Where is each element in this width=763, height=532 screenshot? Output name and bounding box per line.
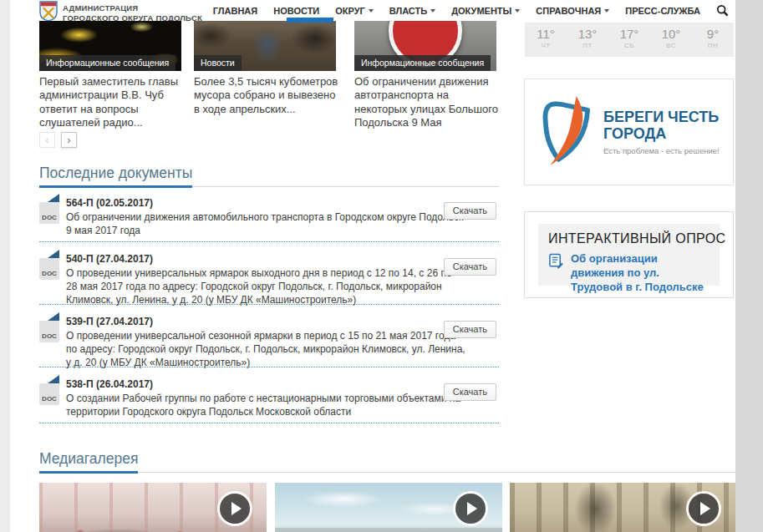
nav-label: ДОКУМЕНТЫ bbox=[451, 6, 511, 16]
chevron-down-icon bbox=[369, 9, 374, 13]
weather-day: 9° ПН bbox=[692, 23, 734, 57]
site-title: АДМИНИСТРАЦИЯ ГОРОДСКОГО ОКРУГА ПОДОЛЬСК bbox=[63, 3, 202, 23]
nav-item-reference[interactable]: СПРАВОЧНАЯ bbox=[536, 6, 609, 16]
news-card-title[interactable]: Более 3,5 тысяч кубометров мусора собран… bbox=[194, 75, 341, 116]
document-text: 564-П (02.05.2017) Об ограничении движен… bbox=[66, 197, 465, 238]
doc-file-icon: DOC bbox=[39, 258, 59, 280]
document-description: О проведении универсальных ярмарок выход… bbox=[66, 267, 465, 307]
document-row: DOC 540-П (27.04.2017) О проведении унив… bbox=[39, 248, 499, 305]
play-icon[interactable] bbox=[689, 494, 719, 524]
nav-label: СПРАВОЧНАЯ bbox=[536, 6, 601, 16]
news-card-title[interactable]: Об ограничении движения автотранспорта н… bbox=[354, 75, 501, 129]
weather-day-label: ВС bbox=[650, 42, 692, 49]
document-number: 564-П (02.05.2017) bbox=[66, 197, 465, 209]
carousel-next-button[interactable]: › bbox=[61, 132, 77, 148]
news-card-image[interactable]: Информационные сообщения bbox=[354, 21, 496, 71]
document-text: 538-П (26.04.2017) О создании Рабочей гр… bbox=[66, 378, 465, 419]
nav-item-news[interactable]: НОВОСТИ bbox=[273, 6, 319, 16]
nav-label: НОВОСТИ bbox=[273, 6, 319, 16]
download-button[interactable]: Скачать bbox=[444, 202, 496, 220]
document-text: 540-П (27.04.2017) О проведении универса… bbox=[66, 253, 465, 307]
document-text: 539-П (27.04.2017) О проведении универса… bbox=[66, 316, 465, 370]
active-nav-indicator bbox=[287, 18, 333, 23]
survey-doc-icon bbox=[548, 252, 564, 274]
chevron-down-icon bbox=[430, 9, 435, 13]
play-icon[interactable] bbox=[455, 494, 486, 524]
weather-day: 11° ЧТ bbox=[525, 23, 567, 57]
weather-day-label: ПТ bbox=[567, 42, 608, 49]
weather-temp: 11° bbox=[525, 27, 567, 41]
news-card-title[interactable]: Первый заместитель главы администрации В… bbox=[39, 75, 186, 129]
video-thumbnail[interactable] bbox=[39, 483, 267, 532]
weather-day: 13° ПТ bbox=[567, 23, 608, 57]
play-icon[interactable] bbox=[220, 494, 250, 524]
weather-temp: 9° bbox=[692, 27, 734, 41]
document-row: DOC 539-П (27.04.2017) О проведении унив… bbox=[39, 311, 499, 367]
download-button[interactable]: Скачать bbox=[444, 383, 496, 401]
news-card-image[interactable]: Новости bbox=[194, 21, 336, 71]
page-left-gutter bbox=[0, 0, 10, 532]
interactive-poll-box: ИНТЕРАКТИВНЫЙ ОПРОС Об организации движе… bbox=[524, 211, 734, 298]
nav-item-documents[interactable]: ДОКУМЕНТЫ bbox=[451, 6, 520, 16]
weather-temp: 13° bbox=[567, 27, 608, 41]
document-number: 540-П (27.04.2017) bbox=[66, 253, 465, 265]
chevron-down-icon bbox=[604, 9, 609, 13]
weather-day: 10° ВС bbox=[650, 23, 692, 57]
poll-link-text: Об организации движения по ул. Трудовой … bbox=[571, 252, 710, 295]
weather-temp: 17° bbox=[608, 27, 650, 41]
video-thumbnail[interactable] bbox=[275, 483, 502, 532]
banner-title: БЕРЕГИ ЧЕСТЬ ГОРОДА bbox=[603, 109, 720, 142]
weather-day-label: СБ bbox=[608, 42, 650, 49]
news-card-image[interactable]: Информационные сообщения bbox=[39, 21, 181, 71]
download-button[interactable]: Скачать bbox=[444, 321, 496, 338]
nav-label: ПРЕСС-СЛУЖБА bbox=[625, 6, 700, 16]
document-description: Об ограничении движения автомобильного т… bbox=[66, 211, 465, 238]
document-description: О проведении универсальной сезонной ярма… bbox=[66, 330, 465, 370]
news-category-badge[interactable]: Новости bbox=[194, 55, 242, 71]
weather-day-label: ЧТ bbox=[525, 42, 567, 49]
document-number: 538-П (26.04.2017) bbox=[66, 378, 465, 390]
banner-tagline: Есть проблема - есть решение! bbox=[603, 146, 720, 155]
nav-item-home[interactable]: ГЛАВНАЯ bbox=[213, 6, 257, 16]
document-row: DOC 538-П (26.04.2017) О создании Рабоче… bbox=[39, 373, 499, 423]
poll-heading: ИНТЕРАКТИВНЫЙ ОПРОС bbox=[548, 231, 710, 246]
weather-widget: 11° ЧТ 13° ПТ 17° СБ 10° ВС 9° ПН bbox=[525, 23, 734, 57]
nav-item-district[interactable]: ОКРУГ bbox=[335, 6, 374, 16]
documents-section-heading: Последние документы bbox=[39, 165, 499, 187]
doc-file-icon: DOC bbox=[39, 383, 59, 405]
news-category-badge[interactable]: Информационные сообщения bbox=[354, 55, 491, 71]
document-number: 539-П (27.04.2017) bbox=[66, 316, 465, 327]
document-description: О создании Рабочей группы по работе с не… bbox=[66, 393, 465, 419]
weather-day: 17° СБ bbox=[608, 23, 650, 57]
main-navigation: ГЛАВНАЯ НОВОСТИ ОКРУГ ВЛАСТЬ ДОКУМЕНТЫ С… bbox=[276, 0, 729, 21]
download-button[interactable]: Скачать bbox=[444, 258, 496, 276]
nav-item-authority[interactable]: ВЛАСТЬ bbox=[389, 6, 435, 16]
weather-temp: 10° bbox=[650, 27, 692, 41]
nav-item-press-service[interactable]: ПРЕСС-СЛУЖБА bbox=[625, 6, 700, 16]
nav-label: ВЛАСТЬ bbox=[389, 6, 427, 16]
video-thumbnail[interactable] bbox=[510, 483, 735, 532]
nav-label: ОКРУГ bbox=[335, 6, 365, 16]
carousel-prev-button[interactable]: ‹ bbox=[39, 132, 55, 148]
poll-link[interactable]: Об организации движения по ул. Трудовой … bbox=[548, 252, 710, 295]
doc-file-icon: DOC bbox=[39, 321, 59, 342]
chevron-down-icon bbox=[515, 9, 520, 13]
media-section-heading: Медиагалерея bbox=[39, 450, 735, 473]
city-honor-banner[interactable]: БЕРЕГИ ЧЕСТЬ ГОРОДА Есть проблема - есть… bbox=[524, 79, 734, 185]
shield-feather-logo-icon bbox=[540, 93, 592, 171]
news-category-badge[interactable]: Информационные сообщения bbox=[39, 55, 175, 71]
banner-text: БЕРЕГИ ЧЕСТЬ ГОРОДА Есть проблема - есть… bbox=[603, 109, 720, 155]
poll-inner-panel: ИНТЕРАКТИВНЫЙ ОПРОС Об организации движе… bbox=[538, 224, 720, 286]
search-icon[interactable] bbox=[716, 4, 729, 17]
document-row: DOC 564-П (02.05.2017) Об ограничении дв… bbox=[39, 192, 499, 242]
nav-label: ГЛАВНАЯ bbox=[213, 6, 257, 16]
weather-day-label: ПН bbox=[692, 42, 734, 49]
doc-file-icon: DOC bbox=[39, 202, 59, 224]
